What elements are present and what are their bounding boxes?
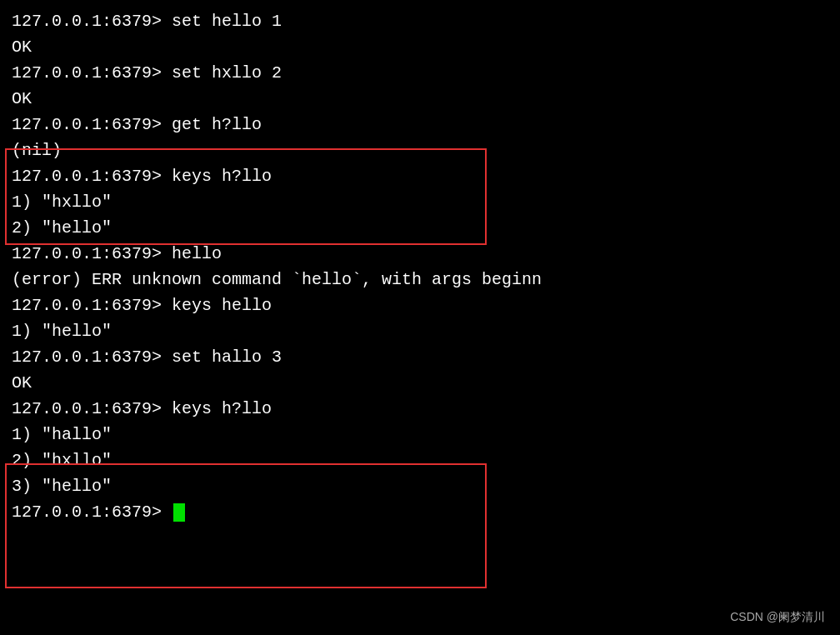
terminal-line-line3: 127.0.0.1:6379> set hxllo 2 [12, 60, 828, 86]
terminal-line-line2: OK [12, 34, 828, 60]
terminal-line-line15: OK [12, 370, 828, 396]
terminal-line-line17: 1) "hallo" [12, 422, 828, 448]
terminal-line-line18: 2) "hxllo" [12, 448, 828, 473]
terminal-line-line4: OK [12, 86, 828, 112]
terminal-line-line12: 127.0.0.1:6379> keys hello [12, 292, 828, 318]
terminal-cursor [173, 503, 185, 522]
terminal-line-line16: 127.0.0.1:6379> keys h?llo [12, 396, 828, 422]
terminal-line-line19: 3) "hello" [12, 473, 828, 499]
terminal-line-line7: 127.0.0.1:6379> keys h?llo [12, 163, 828, 189]
terminal-line-line5: 127.0.0.1:6379> get h?llo [12, 112, 828, 138]
terminal-window: 127.0.0.1:6379> set hello 1OK127.0.0.1:6… [0, 0, 840, 635]
terminal-line-line1: 127.0.0.1:6379> set hello 1 [12, 8, 828, 34]
terminal-line-line20: 127.0.0.1:6379> [12, 499, 828, 525]
terminal-line-line9: 2) "hello" [12, 215, 828, 241]
terminal-line-line14: 127.0.0.1:6379> set hallo 3 [12, 344, 828, 370]
watermark: CSDN @阑梦清川 [730, 610, 825, 625]
terminal-line-line8: 1) "hxllo" [12, 189, 828, 215]
terminal-line-line11: (error) ERR unknown command `hello`, wit… [12, 267, 828, 292]
terminal-line-line13: 1) "hello" [12, 318, 828, 344]
terminal-line-line6: (nil) [12, 138, 828, 163]
terminal-line-line10: 127.0.0.1:6379> hello [12, 241, 828, 267]
